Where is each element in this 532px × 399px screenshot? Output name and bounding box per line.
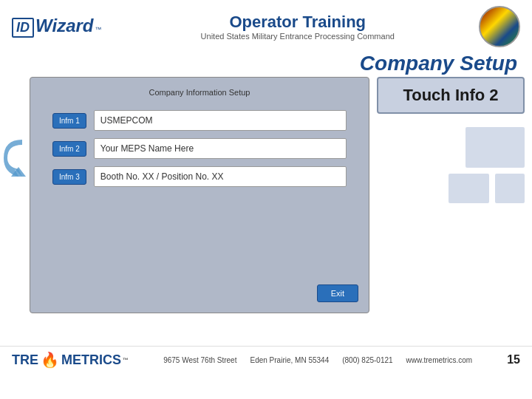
infm1-value: USMEPCOM bbox=[94, 110, 347, 131]
dialog-area: Company Information Setup Infm 1 USMEPCO… bbox=[7, 77, 369, 343]
footer-address: 9675 West 76th Street bbox=[163, 356, 236, 364]
exit-button[interactable]: Exit bbox=[317, 284, 358, 302]
deco-square-3 bbox=[495, 174, 525, 203]
deco-square-1 bbox=[466, 127, 525, 168]
subtitle-text: United States Military Entrance Processi… bbox=[116, 32, 479, 41]
right-panel: Touch Info 2 bbox=[369, 77, 525, 343]
form-row-1: Infm 1 USMEPCOM bbox=[52, 110, 347, 131]
touch-info-box: Touch Info 2 bbox=[377, 77, 525, 114]
touch-info-title: Touch Info 2 bbox=[403, 86, 498, 105]
footer: TRE 🔥 METRICS ™ 9675 West 76th Street Ed… bbox=[0, 346, 532, 373]
dialog-title: Company Information Setup bbox=[38, 85, 361, 103]
footer-website: www.tremetrics.com bbox=[406, 356, 472, 364]
header-text: Operator Training United States Military… bbox=[101, 13, 479, 41]
footer-page-number: 15 bbox=[507, 353, 520, 366]
infm3-value: Booth No. XX / Position No. XX bbox=[94, 166, 347, 187]
dialog-box: Company Information Setup Infm 1 USMEPCO… bbox=[30, 77, 369, 313]
logo-area: ID Wizard ™ bbox=[12, 16, 101, 38]
infm2-value: Your MEPS Name Here bbox=[94, 138, 347, 159]
footer-flame-icon: 🔥 bbox=[41, 351, 59, 369]
logo-id: ID bbox=[12, 18, 34, 38]
deco-square-2 bbox=[449, 174, 489, 203]
form-row-3: Infm 3 Booth No. XX / Position No. XX bbox=[52, 166, 347, 187]
footer-phone: (800) 825-0121 bbox=[342, 356, 392, 364]
deco-row-1 bbox=[466, 127, 525, 168]
main-content: Company Information Setup Infm 1 USMEPCO… bbox=[0, 77, 532, 343]
deco-row-2 bbox=[449, 174, 525, 203]
company-setup-bar: Company Setup bbox=[0, 50, 532, 77]
footer-logo-tre: TRE bbox=[12, 352, 38, 368]
logo-wizard: Wizard bbox=[35, 16, 93, 36]
footer-city: Eden Prairie, MN 55344 bbox=[250, 356, 329, 364]
footer-info: 9675 West 76th Street Eden Prairie, MN 5… bbox=[163, 356, 472, 364]
header: ID Wizard ™ Operator Training United Sta… bbox=[0, 0, 532, 50]
operator-training-title: Operator Training bbox=[116, 13, 479, 32]
form-row-2: Infm 2 Your MEPS Name Here bbox=[52, 138, 347, 159]
footer-tm: ™ bbox=[123, 357, 129, 364]
decorative-squares bbox=[377, 120, 525, 203]
military-emblem bbox=[479, 6, 520, 47]
logo-tm: ™ bbox=[95, 26, 101, 33]
footer-logo: TRE 🔥 METRICS ™ bbox=[12, 351, 129, 369]
infm2-button[interactable]: Infm 2 bbox=[52, 141, 86, 157]
infm1-button[interactable]: Infm 1 bbox=[52, 113, 86, 129]
page-title: Company Setup bbox=[360, 52, 517, 75]
arrow-icon bbox=[0, 136, 37, 180]
footer-logo-metrics: METRICS bbox=[61, 352, 121, 368]
infm3-button[interactable]: Infm 3 bbox=[52, 169, 86, 185]
